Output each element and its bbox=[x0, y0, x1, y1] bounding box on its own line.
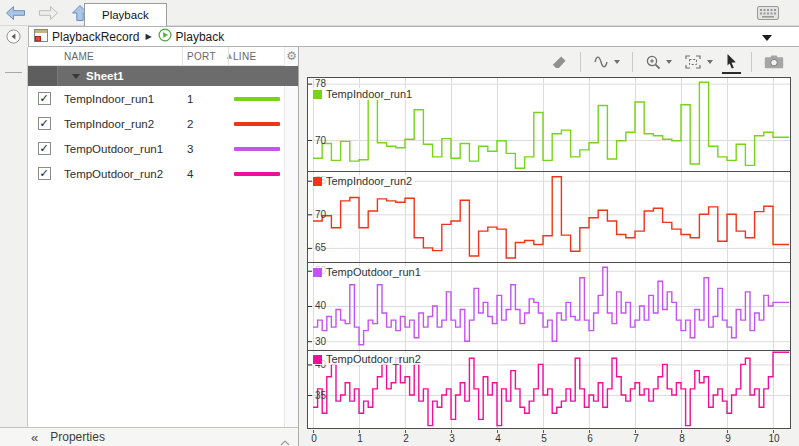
legend-swatch-icon bbox=[313, 268, 322, 277]
x-tick-label: 8 bbox=[679, 433, 685, 444]
breadcrumb-separator-icon: ▶ bbox=[144, 32, 152, 41]
back-icon[interactable] bbox=[5, 5, 26, 21]
checkbox[interactable]: ✓ bbox=[38, 117, 51, 130]
toolbar-separator bbox=[751, 52, 752, 72]
tab-playback-label: Playback bbox=[102, 9, 149, 21]
line-swatch bbox=[234, 172, 280, 176]
signal-port: 1 bbox=[182, 93, 228, 105]
breadcrumb-record-label: PlaybackRecord bbox=[52, 30, 139, 44]
playback-play-icon bbox=[158, 28, 172, 45]
legend-swatch-icon bbox=[313, 177, 322, 186]
x-axis-labels: 012345678910 bbox=[308, 430, 790, 445]
group-row-sheet1[interactable]: Sheet1 bbox=[28, 66, 298, 86]
chevron-up-icon[interactable] bbox=[280, 435, 290, 446]
x-tick-label: 9 bbox=[725, 433, 731, 444]
y-tick-label: 70 bbox=[315, 135, 327, 146]
checkbox[interactable]: ✓ bbox=[38, 142, 51, 155]
toolbar-separator bbox=[632, 52, 633, 72]
header-name[interactable]: NAME bbox=[60, 47, 182, 65]
signal-table-panel: NAME PORT ▲ LINE ⚙ Sheet1 ✓TempIndoor_ru… bbox=[28, 47, 298, 427]
header-port[interactable]: PORT ▲ bbox=[182, 47, 228, 65]
x-tick-label: 3 bbox=[449, 433, 455, 444]
group-collapse-icon[interactable] bbox=[72, 74, 80, 79]
checkbox[interactable]: ✓ bbox=[38, 92, 51, 105]
table-row[interactable]: ✓TempIndoor_run22 bbox=[28, 111, 284, 136]
x-tick-label: 6 bbox=[587, 433, 593, 444]
x-tick-label: 10 bbox=[768, 433, 779, 444]
subplot-TempOutdoor_run1[interactable]: 504030TempOutdoor_run1 bbox=[307, 262, 791, 351]
plot-toolbar bbox=[299, 47, 799, 77]
toolbar-separator bbox=[580, 52, 581, 72]
header-line[interactable]: LINE bbox=[228, 47, 284, 65]
table-scrollbar[interactable] bbox=[284, 47, 298, 427]
snapshot-camera-icon[interactable] bbox=[762, 50, 786, 74]
forward-icon[interactable] bbox=[38, 5, 59, 21]
x-tick-label: 0 bbox=[311, 433, 317, 444]
signal-port: 2 bbox=[182, 118, 228, 130]
signal-trace-icon[interactable] bbox=[591, 50, 622, 74]
legend-label: TempOutdoor_run1 bbox=[326, 266, 421, 278]
y-tick-label: 30 bbox=[315, 336, 327, 347]
table-row[interactable]: ✓TempOutdoor_run24 bbox=[28, 161, 284, 186]
top-toolbar: Playback bbox=[0, 0, 799, 26]
main-area: NAME PORT ▲ LINE ⚙ Sheet1 ✓TempIndoor_ru… bbox=[0, 47, 799, 446]
plots-area: 7870TempIndoor_run1757065TempIndoor_run2… bbox=[307, 77, 791, 429]
plot-legend: TempOutdoor_run1 bbox=[313, 266, 424, 278]
breadcrumb-item-playback[interactable]: Playback bbox=[158, 28, 225, 45]
header-name-label: NAME bbox=[64, 51, 94, 62]
properties-label: Properties bbox=[50, 430, 105, 444]
properties-bar[interactable]: « Properties bbox=[0, 427, 298, 446]
plot-legend: TempIndoor_run2 bbox=[313, 175, 415, 187]
line-swatch bbox=[234, 147, 280, 151]
pointer-icon[interactable] bbox=[722, 50, 741, 74]
x-tick-label: 5 bbox=[541, 433, 547, 444]
header-check-col bbox=[28, 47, 60, 65]
signal-name: TempIndoor_run1 bbox=[60, 93, 182, 105]
zoom-fit-icon[interactable] bbox=[681, 50, 715, 74]
group-check-cell bbox=[28, 66, 58, 86]
plot-panel: 7870TempIndoor_run1757065TempIndoor_run2… bbox=[299, 47, 799, 446]
legend-swatch-icon bbox=[313, 355, 322, 364]
checkbox[interactable]: ✓ bbox=[38, 167, 51, 180]
signal-port: 3 bbox=[182, 143, 228, 155]
eraser-icon[interactable] bbox=[548, 50, 570, 74]
breadcrumb-dropdown-icon[interactable] bbox=[762, 35, 772, 41]
x-tick-label: 7 bbox=[633, 433, 639, 444]
collapse-properties-icon[interactable]: « bbox=[31, 430, 38, 445]
line-swatch bbox=[234, 97, 280, 101]
breadcrumb-row: PlaybackRecord ▶ Playback bbox=[0, 26, 799, 47]
header-port-label: PORT bbox=[187, 51, 216, 62]
subplot-TempIndoor_run1[interactable]: 7870TempIndoor_run1 bbox=[307, 77, 791, 172]
table-row[interactable]: ✓TempIndoor_run11 bbox=[28, 86, 284, 111]
line-swatch bbox=[234, 122, 280, 126]
x-tick-label: 2 bbox=[403, 433, 409, 444]
plot-legend: TempIndoor_run1 bbox=[313, 88, 415, 100]
nav-buttons bbox=[5, 4, 89, 22]
collapse-panel-icon[interactable] bbox=[6, 29, 21, 44]
y-tick-label: 70 bbox=[315, 209, 327, 220]
table-header: NAME PORT ▲ LINE bbox=[28, 47, 284, 66]
plot-legend: TempOutdoor_run2 bbox=[313, 353, 424, 365]
breadcrumb[interactable]: PlaybackRecord ▶ Playback bbox=[28, 26, 799, 47]
table-row[interactable]: ✓TempOutdoor_run13 bbox=[28, 136, 284, 161]
chevron-down-icon bbox=[707, 60, 713, 64]
y-tick-label: 35 bbox=[315, 390, 327, 401]
signal-rows: ✓TempIndoor_run11✓TempIndoor_run22✓TempO… bbox=[28, 86, 284, 186]
x-tick-label: 4 bbox=[495, 433, 501, 444]
chevron-down-icon bbox=[614, 60, 620, 64]
group-label: Sheet1 bbox=[86, 70, 124, 82]
y-tick-label: 40 bbox=[315, 300, 327, 311]
legend-label: TempIndoor_run2 bbox=[326, 175, 412, 187]
y-tick-label: 65 bbox=[315, 242, 327, 253]
gear-icon[interactable]: ⚙ bbox=[286, 49, 297, 63]
subplot-TempOutdoor_run2[interactable]: 4035TempOutdoor_run2 bbox=[307, 350, 791, 429]
subplot-TempIndoor_run2[interactable]: 757065TempIndoor_run2 bbox=[307, 171, 791, 263]
keyboard-icon[interactable] bbox=[757, 6, 779, 23]
signal-name: TempOutdoor_run2 bbox=[60, 168, 182, 180]
tab-playback[interactable]: Playback bbox=[84, 3, 167, 26]
breadcrumb-item-record[interactable]: PlaybackRecord bbox=[34, 29, 139, 45]
run-record-icon bbox=[34, 29, 48, 45]
signal-name: TempOutdoor_run1 bbox=[60, 143, 182, 155]
zoom-in-icon[interactable] bbox=[643, 50, 674, 74]
legend-label: TempOutdoor_run2 bbox=[326, 353, 421, 365]
